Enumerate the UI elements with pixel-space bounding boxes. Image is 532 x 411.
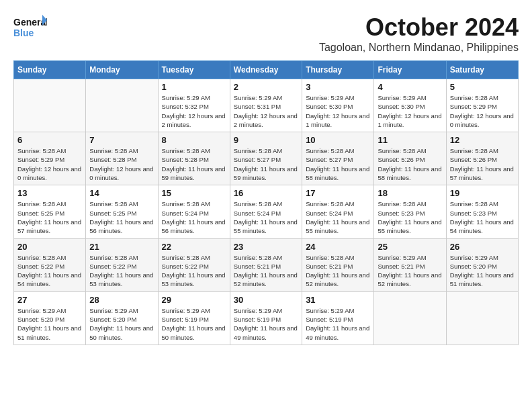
day-info: Sunrise: 5:29 AM Sunset: 5:19 PM Dayligh…: [306, 306, 370, 342]
day-info: Sunrise: 5:28 AM Sunset: 5:21 PM Dayligh…: [306, 253, 370, 289]
calendar-cell: 12Sunrise: 5:28 AM Sunset: 5:26 PM Dayli…: [446, 132, 518, 185]
calendar-week-row: 27Sunrise: 5:29 AM Sunset: 5:20 PM Dayli…: [14, 291, 519, 345]
calendar-cell: 4Sunrise: 5:29 AM Sunset: 5:30 PM Daylig…: [374, 79, 446, 132]
day-number: 24: [306, 242, 370, 252]
weekday-header: Monday: [86, 61, 158, 79]
calendar-cell: 17Sunrise: 5:28 AM Sunset: 5:24 PM Dayli…: [302, 185, 374, 238]
calendar-week-row: 6Sunrise: 5:28 AM Sunset: 5:29 PM Daylig…: [14, 132, 519, 185]
day-number: 18: [378, 188, 442, 198]
day-info: Sunrise: 5:28 AM Sunset: 5:25 PM Dayligh…: [17, 199, 82, 235]
weekday-header: Thursday: [302, 61, 374, 79]
title-area: October 2024 Tagoloan, Northern Mindanao…: [319, 13, 519, 54]
day-number: 14: [89, 188, 154, 198]
day-info: Sunrise: 5:28 AM Sunset: 5:22 PM Dayligh…: [162, 253, 226, 289]
month-title: October 2024: [319, 13, 519, 42]
day-info: Sunrise: 5:28 AM Sunset: 5:25 PM Dayligh…: [89, 199, 154, 235]
calendar-table: SundayMondayTuesdayWednesdayThursdayFrid…: [13, 60, 519, 345]
day-number: 21: [89, 242, 154, 252]
calendar-cell: 16Sunrise: 5:28 AM Sunset: 5:24 PM Dayli…: [230, 185, 302, 238]
day-info: Sunrise: 5:28 AM Sunset: 5:28 PM Dayligh…: [89, 146, 154, 182]
day-number: 27: [17, 295, 82, 305]
calendar-cell: 5Sunrise: 5:28 AM Sunset: 5:29 PM Daylig…: [446, 79, 518, 132]
day-number: 15: [162, 188, 226, 198]
calendar-cell: 30Sunrise: 5:29 AM Sunset: 5:19 PM Dayli…: [230, 291, 302, 345]
day-info: Sunrise: 5:29 AM Sunset: 5:21 PM Dayligh…: [378, 253, 442, 289]
calendar-cell: 2Sunrise: 5:29 AM Sunset: 5:31 PM Daylig…: [230, 79, 302, 132]
day-number: 16: [234, 188, 298, 198]
weekday-header: Wednesday: [230, 61, 302, 79]
day-info: Sunrise: 5:28 AM Sunset: 5:28 PM Dayligh…: [162, 146, 226, 182]
weekday-header: Friday: [374, 61, 446, 79]
day-info: Sunrise: 5:28 AM Sunset: 5:23 PM Dayligh…: [378, 199, 442, 235]
weekday-header: Saturday: [446, 61, 518, 79]
calendar-week-row: 20Sunrise: 5:28 AM Sunset: 5:22 PM Dayli…: [14, 238, 519, 291]
day-info: Sunrise: 5:28 AM Sunset: 5:29 PM Dayligh…: [17, 146, 82, 182]
day-info: Sunrise: 5:28 AM Sunset: 5:23 PM Dayligh…: [450, 199, 515, 235]
calendar-cell: 18Sunrise: 5:28 AM Sunset: 5:23 PM Dayli…: [374, 185, 446, 238]
calendar-cell: 27Sunrise: 5:29 AM Sunset: 5:20 PM Dayli…: [14, 291, 86, 345]
day-number: 19: [450, 188, 515, 198]
svg-text:General: General: [13, 17, 47, 28]
day-number: 13: [17, 188, 82, 198]
calendar-cell: 11Sunrise: 5:28 AM Sunset: 5:26 PM Dayli…: [374, 132, 446, 185]
day-number: 12: [450, 135, 515, 145]
day-info: Sunrise: 5:29 AM Sunset: 5:20 PM Dayligh…: [450, 253, 515, 289]
calendar-cell: 31Sunrise: 5:29 AM Sunset: 5:19 PM Dayli…: [302, 291, 374, 345]
day-info: Sunrise: 5:29 AM Sunset: 5:30 PM Dayligh…: [378, 93, 442, 129]
calendar-cell: 7Sunrise: 5:28 AM Sunset: 5:28 PM Daylig…: [86, 132, 158, 185]
weekday-header: Sunday: [14, 61, 86, 79]
calendar-cell: 9Sunrise: 5:28 AM Sunset: 5:27 PM Daylig…: [230, 132, 302, 185]
day-number: 9: [234, 135, 298, 145]
logo-svg: General Blue: [13, 13, 47, 42]
weekday-header-row: SundayMondayTuesdayWednesdayThursdayFrid…: [14, 61, 519, 79]
calendar-cell: 6Sunrise: 5:28 AM Sunset: 5:29 PM Daylig…: [14, 132, 86, 185]
day-info: Sunrise: 5:28 AM Sunset: 5:27 PM Dayligh…: [234, 146, 298, 182]
day-number: 6: [17, 135, 82, 145]
logo: General Blue: [13, 13, 47, 42]
day-number: 7: [89, 135, 154, 145]
day-number: 25: [378, 242, 442, 252]
day-number: 1: [162, 82, 226, 92]
day-number: 5: [450, 82, 515, 92]
calendar-cell: 19Sunrise: 5:28 AM Sunset: 5:23 PM Dayli…: [446, 185, 518, 238]
location-subtitle: Tagoloan, Northern Mindanao, Philippines: [319, 42, 519, 54]
day-number: 28: [89, 295, 154, 305]
day-info: Sunrise: 5:29 AM Sunset: 5:20 PM Dayligh…: [17, 306, 82, 342]
calendar-week-row: 13Sunrise: 5:28 AM Sunset: 5:25 PM Dayli…: [14, 185, 519, 238]
calendar-cell: 26Sunrise: 5:29 AM Sunset: 5:20 PM Dayli…: [446, 238, 518, 291]
day-info: Sunrise: 5:28 AM Sunset: 5:29 PM Dayligh…: [450, 93, 515, 129]
calendar-cell: 23Sunrise: 5:28 AM Sunset: 5:21 PM Dayli…: [230, 238, 302, 291]
day-number: 30: [234, 295, 298, 305]
calendar-cell: 13Sunrise: 5:28 AM Sunset: 5:25 PM Dayli…: [14, 185, 86, 238]
calendar-cell: 1Sunrise: 5:29 AM Sunset: 5:32 PM Daylig…: [158, 79, 230, 132]
calendar-cell: 25Sunrise: 5:29 AM Sunset: 5:21 PM Dayli…: [374, 238, 446, 291]
svg-text:Blue: Blue: [13, 28, 34, 38]
day-number: 26: [450, 242, 515, 252]
calendar-cell: 28Sunrise: 5:29 AM Sunset: 5:20 PM Dayli…: [86, 291, 158, 345]
day-info: Sunrise: 5:29 AM Sunset: 5:32 PM Dayligh…: [162, 93, 226, 129]
day-info: Sunrise: 5:28 AM Sunset: 5:24 PM Dayligh…: [234, 199, 298, 235]
day-number: 4: [378, 82, 442, 92]
calendar-cell: 29Sunrise: 5:29 AM Sunset: 5:19 PM Dayli…: [158, 291, 230, 345]
day-number: 22: [162, 242, 226, 252]
day-number: 23: [234, 242, 298, 252]
day-number: 17: [306, 188, 370, 198]
calendar-cell: [446, 291, 518, 345]
calendar-cell: [86, 79, 158, 132]
calendar-cell: 15Sunrise: 5:28 AM Sunset: 5:24 PM Dayli…: [158, 185, 230, 238]
day-info: Sunrise: 5:28 AM Sunset: 5:24 PM Dayligh…: [162, 199, 226, 235]
day-number: 29: [162, 295, 226, 305]
day-info: Sunrise: 5:28 AM Sunset: 5:26 PM Dayligh…: [450, 146, 515, 182]
day-info: Sunrise: 5:28 AM Sunset: 5:27 PM Dayligh…: [306, 146, 370, 182]
calendar-cell: 20Sunrise: 5:28 AM Sunset: 5:22 PM Dayli…: [14, 238, 86, 291]
weekday-header: Tuesday: [158, 61, 230, 79]
day-number: 31: [306, 295, 370, 305]
header: General Blue October 2024 Tagoloan, Nort…: [13, 13, 519, 54]
day-info: Sunrise: 5:28 AM Sunset: 5:24 PM Dayligh…: [306, 199, 370, 235]
day-info: Sunrise: 5:29 AM Sunset: 5:19 PM Dayligh…: [162, 306, 226, 342]
calendar-cell: 22Sunrise: 5:28 AM Sunset: 5:22 PM Dayli…: [158, 238, 230, 291]
day-info: Sunrise: 5:28 AM Sunset: 5:26 PM Dayligh…: [378, 146, 442, 182]
calendar-cell: 8Sunrise: 5:28 AM Sunset: 5:28 PM Daylig…: [158, 132, 230, 185]
calendar-week-row: 1Sunrise: 5:29 AM Sunset: 5:32 PM Daylig…: [14, 79, 519, 132]
calendar-cell: [14, 79, 86, 132]
